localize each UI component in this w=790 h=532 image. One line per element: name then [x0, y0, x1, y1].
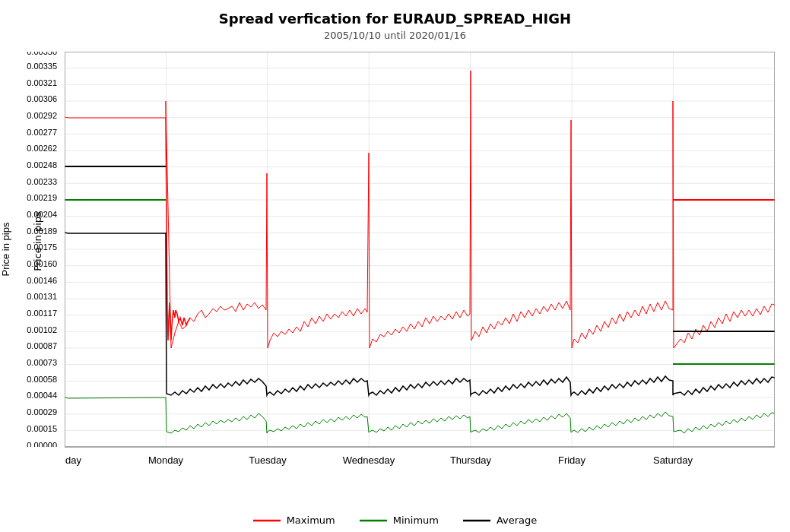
svg-text:0.00131: 0.00131: [27, 292, 57, 301]
svg-text:0.00189: 0.00189: [27, 226, 57, 236]
svg-text:Price in pips: Price in pips: [0, 222, 11, 276]
svg-text:0.00102: 0.00102: [27, 325, 57, 334]
chart-container: Spread verfication for EURAUD_SPREAD_HIG…: [0, 0, 790, 532]
x-axis: Sunday Monday Tuesday Wednesday Thursday…: [65, 448, 775, 479]
svg-text:0.00029: 0.00029: [27, 407, 57, 416]
svg-text:0.00087: 0.00087: [27, 341, 57, 350]
chart-legend: Maximum Minimum Average: [0, 515, 790, 526]
legend-avg-label: Average: [497, 515, 537, 526]
svg-text:0.00146: 0.00146: [27, 276, 57, 285]
svg-text:Tuesday: Tuesday: [249, 454, 287, 466]
svg-text:0.00000: 0.00000: [27, 441, 57, 447]
legend-max-label: Maximum: [287, 515, 335, 526]
svg-text:0.00219: 0.00219: [27, 193, 57, 202]
svg-text:0.00233: 0.00233: [27, 177, 57, 186]
svg-text:Wednesday: Wednesday: [343, 454, 395, 466]
legend-min-label: Minimum: [393, 515, 439, 526]
svg-text:0.00321: 0.00321: [27, 78, 57, 87]
legend-maximum: Maximum: [253, 515, 335, 526]
svg-text:0.00058: 0.00058: [27, 375, 57, 384]
svg-text:0.00306: 0.00306: [27, 94, 57, 103]
svg-text:0.00160: 0.00160: [27, 259, 57, 268]
legend-min-icon: [360, 515, 387, 526]
legend-max-icon: [253, 515, 281, 526]
svg-text:0.00044: 0.00044: [27, 391, 57, 400]
legend-minimum: Minimum: [360, 515, 439, 526]
svg-text:0.00350: 0.00350: [27, 52, 57, 56]
svg-text:0.00015: 0.00015: [27, 424, 57, 433]
chart-subtitle: 2005/10/10 until 2020/01/16: [0, 30, 790, 47]
svg-text:0.00262: 0.00262: [27, 144, 57, 153]
y-axis: 0.00000 0.00015 0.00029 0.00044 0.00058 …: [0, 52, 65, 447]
svg-text:Monday: Monday: [148, 454, 184, 466]
svg-text:0.00335: 0.00335: [27, 62, 57, 71]
svg-text:0.00248: 0.00248: [27, 160, 57, 169]
svg-text:0.00175: 0.00175: [27, 242, 57, 252]
chart-title: Spread verfication for EURAUD_SPREAD_HIG…: [0, 0, 790, 30]
legend-avg-icon: [463, 515, 490, 526]
svg-text:0.00277: 0.00277: [27, 128, 57, 137]
svg-text:0.00204: 0.00204: [27, 210, 57, 219]
svg-text:Thursday: Thursday: [450, 454, 492, 466]
svg-text:Sunday: Sunday: [65, 454, 82, 466]
svg-text:0.00073: 0.00073: [27, 358, 57, 367]
svg-text:0.00292: 0.00292: [27, 111, 57, 120]
svg-text:Friday: Friday: [558, 454, 586, 466]
chart-svg: [65, 52, 775, 477]
svg-text:Saturday: Saturday: [653, 454, 693, 466]
legend-average: Average: [463, 515, 537, 526]
svg-text:0.00117: 0.00117: [27, 309, 57, 318]
